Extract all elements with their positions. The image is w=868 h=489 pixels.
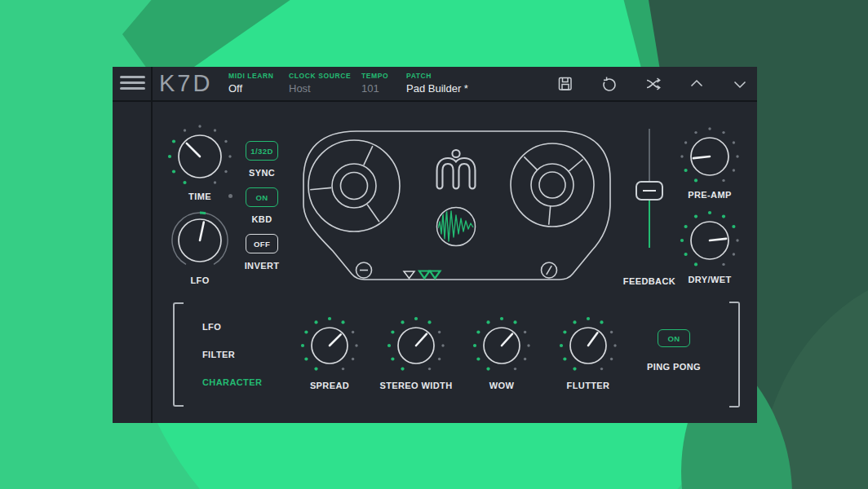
undo-button[interactable] xyxy=(601,76,618,92)
kbd-value: ON xyxy=(255,193,268,202)
save-icon xyxy=(557,76,574,92)
ping-pong-toggle[interactable]: ON xyxy=(658,329,690,347)
invert-value: OFF xyxy=(254,240,270,249)
sync-label: SYNC xyxy=(249,168,275,178)
knob-flutter-label: FLUTTER xyxy=(567,381,610,390)
kbd-label: KBD xyxy=(251,214,272,224)
ping-pong-label: PING PONG xyxy=(647,362,701,372)
sidebar-divider xyxy=(151,67,153,423)
knob-stereowidth[interactable] xyxy=(386,315,446,379)
knob-flutter[interactable] xyxy=(558,315,618,379)
knob-time-label: TIME xyxy=(188,192,211,201)
right-reel xyxy=(511,143,594,227)
feedback-track-lower[interactable] xyxy=(649,199,650,248)
knob-preamp-label: PRE-AMP xyxy=(688,190,732,200)
kbd-toggle[interactable]: ON xyxy=(246,187,278,207)
feedback-slider-handle[interactable] xyxy=(636,181,663,200)
invert-toggle[interactable]: OFF xyxy=(246,234,278,253)
modulation-dot xyxy=(228,194,232,198)
tape-guide-left xyxy=(356,262,372,278)
section-bracket-right xyxy=(729,302,740,408)
tape-deck-graphic xyxy=(292,116,623,289)
chevron-up-icon xyxy=(689,76,705,92)
knob-lfo-label: LFO xyxy=(190,275,209,285)
clock-source-label: CLOCK SOURCE xyxy=(289,72,351,80)
app-logo: K7D xyxy=(159,70,212,97)
knob-wow-label: WOW xyxy=(489,381,515,390)
patch-value[interactable]: Pad Builder * xyxy=(406,82,468,95)
sync-toggle[interactable]: 1/32D xyxy=(246,141,278,161)
tempo-label: TEMPO xyxy=(361,72,388,80)
clock-source-value[interactable]: Host xyxy=(289,82,311,95)
section-bracket-left xyxy=(173,302,184,407)
plugin-window: K7D MIDI LEARN Off CLOCK SOURCE Host TEM… xyxy=(113,67,757,423)
midi-learn-value[interactable]: Off xyxy=(228,82,242,95)
knob-drywet-label: DRY/WET xyxy=(688,275,731,284)
knob-spread-label: SPREAD xyxy=(310,381,349,390)
marker-white-triangle xyxy=(404,271,414,279)
randomize-button[interactable] xyxy=(645,76,662,92)
undo-icon xyxy=(601,76,618,92)
feedback-label: FEEDBACK xyxy=(623,276,675,286)
waveform-display xyxy=(437,208,476,246)
menu-button[interactable] xyxy=(119,75,147,93)
tape-head-markers xyxy=(404,271,441,279)
chevron-down-icon xyxy=(732,76,748,92)
knob-lfo[interactable] xyxy=(166,207,233,277)
tape-guide-right xyxy=(542,262,557,278)
tape-path-outline xyxy=(303,131,610,280)
previous-patch-button[interactable] xyxy=(689,76,705,92)
knob-stereowidth-label: STEREO WIDTH xyxy=(379,381,452,390)
marker-green-triangle-2 xyxy=(430,271,441,279)
knob-drywet[interactable] xyxy=(679,209,741,275)
midi-learn-label: MIDI LEARN xyxy=(228,72,274,80)
header-divider xyxy=(113,100,757,102)
tab-character[interactable]: CHARACTER xyxy=(202,377,262,387)
hamburger-icon xyxy=(120,76,145,78)
ping-pong-value: ON xyxy=(667,334,680,343)
left-reel xyxy=(308,140,400,231)
patch-label: PATCH xyxy=(406,72,432,80)
invert-label: INVERT xyxy=(245,261,280,271)
sync-value: 1/32D xyxy=(250,147,272,156)
marker-green-triangle-1 xyxy=(419,271,430,279)
shuffle-icon xyxy=(645,76,662,92)
knob-wow[interactable] xyxy=(472,315,532,379)
next-patch-button[interactable] xyxy=(732,76,748,92)
knob-preamp[interactable] xyxy=(679,126,741,191)
tab-lfo[interactable]: LFO xyxy=(202,322,221,332)
knob-spread[interactable] xyxy=(299,315,360,379)
save-button[interactable] xyxy=(557,76,574,92)
tempo-value[interactable]: 101 xyxy=(361,82,379,95)
tab-filter[interactable]: FILTER xyxy=(202,350,235,359)
imaginando-logo xyxy=(440,150,472,186)
feedback-track-upper[interactable] xyxy=(649,129,650,183)
knob-time[interactable] xyxy=(166,123,233,193)
